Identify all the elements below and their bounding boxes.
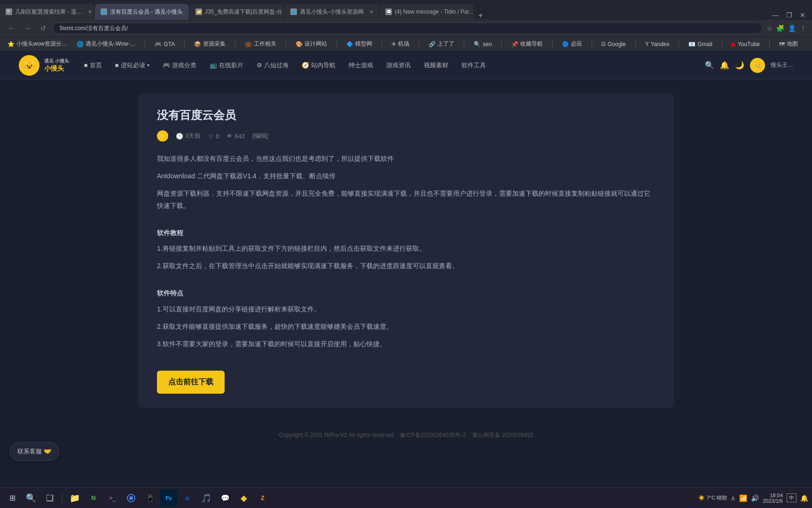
user-avatar[interactable]: 👑 <box>750 58 765 73</box>
profile-icon[interactable]: 👤 <box>788 24 796 32</box>
tab-3-label: J35_免费高速下载|百度网盘-分… <box>205 8 284 16</box>
bookmark-resource[interactable]: 📦 资源采集 <box>192 39 227 49</box>
taskbar-search-icon[interactable]: 🔍 <box>23 490 39 507</box>
address-bar: ← → ↺ ☆ 🧩 👤 ⋮ <box>0 20 812 37</box>
footer-copyright: Copyright © 2021 RiPro-V2 All rights res… <box>279 432 393 438</box>
extensions-icon[interactable]: 🧩 <box>776 24 784 32</box>
taskbar-start-icon[interactable]: ⊞ <box>4 490 21 507</box>
taskbar-up-arrow-icon[interactable]: ∧ <box>731 494 735 502</box>
bookmark-resource-label: 资源采集 <box>203 40 226 48</box>
bookmark-nav[interactable]: 📌 收藏导航 <box>509 39 545 49</box>
taskbar-sep <box>62 492 62 504</box>
taskbar-photoshop-icon[interactable]: Ps <box>160 490 177 507</box>
nav-baxian[interactable]: ⚙ 八仙过海 <box>251 57 294 73</box>
download-button[interactable]: 点击前往下载 <box>157 371 225 394</box>
bookmark-gta[interactable]: 🎮 GTA <box>153 40 177 48</box>
bookmark-1[interactable]: ⭐ 小慢头wow资源分… <box>6 39 69 49</box>
taskbar-app1-icon[interactable]: ◆ <box>235 490 252 507</box>
tab-3[interactable]: 📁 J35_免费高速下载|百度网盘-分… ✕ <box>190 4 284 20</box>
nav-news[interactable]: 游戏资讯 <box>381 57 416 73</box>
time-label: 3天前 <box>185 132 201 140</box>
bookmark-map[interactable]: 🗺 地图 <box>777 39 800 49</box>
minimize-icon[interactable]: — <box>769 10 781 20</box>
bookmark-separator-1 <box>145 41 145 48</box>
bookmark-1-label: 小慢头wow资源分… <box>16 40 67 48</box>
bookmark-map-label: 地图 <box>787 40 798 48</box>
forward-button[interactable]: → <box>22 23 34 34</box>
bookmark-work-label: 工作相关 <box>254 40 276 48</box>
author-avatar: 🟡 <box>157 130 168 142</box>
settings-icon[interactable]: ⋮ <box>800 24 806 32</box>
bookmark-model[interactable]: 🔷 模型网 <box>344 39 374 49</box>
bookmark-seo-label: seo <box>483 41 492 48</box>
tab-4[interactable]: 🌐 遇见小慢头-小慢头资源网 ✕ <box>285 4 379 20</box>
speaker-icon: 🔊 <box>751 494 759 502</box>
taskbar-notepad-icon[interactable]: N <box>85 490 102 507</box>
tab-2-close[interactable]: ✕ <box>188 9 189 15</box>
taskbar-taskview-icon[interactable]: ❑ <box>41 490 58 507</box>
nav-guide[interactable]: ■ 进站必读 ▾ <box>109 57 155 73</box>
nav-video[interactable]: 视频素材 <box>418 57 454 73</box>
nav-home[interactable]: ■ 首页 <box>78 57 108 73</box>
nav-nav[interactable]: 🧭 站内导航 <box>296 57 341 73</box>
taskbar-wechat-icon[interactable]: 💬 <box>217 490 234 507</box>
bookmark-separator-8 <box>464 41 464 48</box>
lang-indicator[interactable]: 中 <box>787 493 796 502</box>
weather-widget: ☀️ 7°C 晴朗 <box>698 494 727 501</box>
back-button[interactable]: ← <box>6 23 18 34</box>
taskbar-wechat-mobile-icon[interactable]: 📱 <box>141 490 158 507</box>
tab-5[interactable]: 💬 (4) New message - Tidio / Par… ✕ <box>380 4 474 20</box>
bookmark-design[interactable]: 🎨 设计网站 <box>294 39 329 49</box>
bookmark-youtube[interactable]: ▶ YouTube <box>730 40 762 48</box>
nav-gentlemen[interactable]: 绅士游戏 <box>343 57 379 73</box>
tab-5-label: (4) New message - Tidio / Par… <box>395 8 474 15</box>
restore-icon[interactable]: ❐ <box>783 10 795 20</box>
address-input[interactable] <box>53 23 763 34</box>
bookmark-bing[interactable]: 🔵 必应 <box>560 39 584 49</box>
bookmark-gmail[interactable]: 📧 Gmail <box>687 40 714 48</box>
site-logo[interactable]: 😺 遇见 小慢头 小慢头 <box>19 55 69 76</box>
new-tab-button[interactable]: + <box>475 11 486 20</box>
edit-link[interactable]: [编辑] <box>252 132 268 140</box>
site-header: 😺 遇见 小慢头 小慢头 ■ 首页 ■ 进站必读 ▾ 🎮 游戏分类 📺 在线影片… <box>0 51 812 79</box>
nav-games[interactable]: 🎮 游戏分类 <box>157 57 202 73</box>
bookmark-yandex[interactable]: Y Yandex <box>643 40 671 48</box>
nav-tools[interactable]: 软件工具 <box>456 57 492 73</box>
taskbar-explorer-icon[interactable]: 📁 <box>66 490 83 507</box>
taskbar-terminal-icon[interactable]: >_ <box>104 490 121 507</box>
bookmark-2[interactable]: 🌐 遇见小慢头-Wow-… <box>75 39 137 49</box>
notification-icon[interactable]: 🔔 <box>800 494 808 502</box>
intro-paragraph: 我知道很多人都没有百度云会员，当然这点我们也是考虑到了，所以提供下载软件 <box>157 153 655 165</box>
customer-service-button[interactable]: 联系客服 🤝 <box>9 442 59 461</box>
nav-games-icon: 🎮 <box>163 62 170 69</box>
tab-2[interactable]: 🌐 没有百度云会员 - 遇见小慢头 ✕ <box>95 4 189 20</box>
bookmark-nav-label: 收藏导航 <box>520 40 543 48</box>
taskbar-edge-icon[interactable]: e <box>179 490 196 507</box>
tutorial-step-1: 1.将链接复制并粘贴到工具上的获取文件下方的链接栏目内，然后点击获取文件来进行获… <box>157 243 655 254</box>
tab-4-close[interactable]: ✕ <box>369 9 374 15</box>
bookmark-shanglele[interactable]: 🔗 上了了 <box>427 39 456 49</box>
reload-button[interactable]: ↺ <box>38 23 49 34</box>
bookmark-model-label: 模型网 <box>355 40 372 48</box>
page-title: 没有百度云会员 <box>157 108 655 123</box>
taskbar-clock[interactable]: 18:04 2023/1/6 <box>763 492 783 504</box>
nav-movies[interactable]: 📺 在线影片 <box>204 57 249 73</box>
tab-1-close[interactable]: ✕ <box>88 9 92 15</box>
taskbar-media-icon[interactable]: 🎵 <box>198 490 215 507</box>
bookmark-google[interactable]: G Google <box>600 40 628 48</box>
bookmark-work[interactable]: 💼 工作相关 <box>243 39 278 49</box>
bell-icon[interactable]: 🔔 <box>720 61 729 70</box>
close-window-icon[interactable]: ✕ <box>797 10 808 20</box>
tab-1[interactable]: 🔍 几刷区配置搜索结果 - 遥… ✕ <box>0 4 94 20</box>
bookmark-bing-label: 必应 <box>571 40 582 48</box>
bookmark-seo[interactable]: 🔍 seo <box>472 40 493 48</box>
nav-movies-label: 在线影片 <box>219 61 243 70</box>
taskbar-zip-icon[interactable]: Z <box>254 490 271 507</box>
bookmark-star-icon[interactable]: ☆ <box>766 24 773 32</box>
taskbar-chrome-icon[interactable] <box>123 490 140 507</box>
taskbar-left: ⊞ 🔍 ❑ 📁 N >_ 📱 Ps e 🎵 💬 ◆ Z <box>4 490 271 507</box>
bookmark-airport[interactable]: ✈ 机场 <box>390 39 411 49</box>
bookmark-design-icon: 🎨 <box>296 41 303 48</box>
search-icon[interactable]: 🔍 <box>705 61 714 70</box>
theme-icon[interactable]: 🌙 <box>735 61 744 70</box>
